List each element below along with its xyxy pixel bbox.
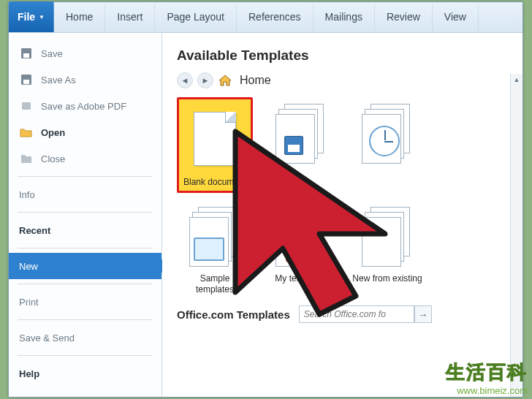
svg-rect-4 (22, 102, 31, 110)
tab-insert[interactable]: Insert (105, 1, 155, 32)
tile-sample-templates[interactable]: Sample templates (177, 200, 253, 295)
search-officecom: → (299, 305, 432, 323)
content-pane: Available Templates ◄ ► Home Blank docum… (162, 33, 522, 397)
svg-rect-1 (23, 53, 29, 58)
template-grid: Blank document (177, 97, 508, 295)
side-save-as[interactable]: Save As (9, 66, 162, 93)
word-backstage-window: File▼ Home Insert Page Layout References… (8, 1, 523, 398)
search-input[interactable] (299, 305, 414, 323)
new-from-existing-icon (354, 200, 420, 270)
my-templates-icon (268, 200, 334, 270)
svg-rect-3 (23, 80, 29, 84)
scrollbar[interactable]: ▲ (510, 74, 522, 397)
separator (18, 248, 153, 248)
blank-document-icon (182, 104, 248, 174)
tab-mailings[interactable]: Mailings (314, 1, 375, 32)
separator (18, 319, 153, 320)
separator (18, 176, 153, 177)
chevron-down-icon: ▼ (39, 14, 45, 20)
side-save-send[interactable]: Save & Send (9, 324, 162, 351)
side-print[interactable]: Print (9, 289, 162, 315)
tile-new-from-existing[interactable]: New from existing (349, 200, 425, 295)
tab-page-layout[interactable]: Page Layout (155, 1, 237, 32)
recent-templates-icon (354, 97, 420, 167)
separator (18, 284, 153, 284)
watermark: 生活百科 www.bimeiz.com (446, 360, 528, 396)
nav-back-button[interactable]: ◄ (177, 72, 193, 88)
blog-post-icon (268, 97, 334, 167)
side-open[interactable]: Open (9, 119, 162, 145)
folder-open-icon (19, 126, 34, 139)
separator (18, 355, 153, 356)
tab-file[interactable]: File▼ (9, 1, 54, 32)
side-recent[interactable]: Recent (9, 217, 162, 243)
tile-recent-templates[interactable] (349, 97, 425, 193)
tab-home[interactable]: Home (54, 1, 105, 32)
side-save[interactable]: Save (9, 40, 162, 66)
save-as-icon (19, 73, 34, 86)
tile-my-templates[interactable]: My templates (263, 200, 339, 295)
pdf-icon (19, 99, 34, 113)
side-new[interactable]: New (9, 253, 162, 279)
separator (18, 212, 153, 213)
nav-forward-button[interactable]: ► (197, 72, 213, 88)
available-templates-header: Available Templates (177, 48, 508, 64)
sample-templates-icon (182, 200, 248, 270)
side-close[interactable]: Close (9, 145, 162, 172)
scroll-up-icon[interactable]: ▲ (511, 74, 522, 86)
backstage: Save Save As Save as Adobe PDF Open Clos… (9, 33, 522, 397)
side-save-pdf[interactable]: Save as Adobe PDF (9, 93, 162, 119)
home-icon[interactable] (218, 74, 232, 87)
officecom-row: Office.com Templates → (177, 305, 508, 323)
tile-blank-document[interactable]: Blank document (177, 97, 253, 193)
backstage-sidebar: Save Save As Save as Adobe PDF Open Clos… (9, 33, 162, 397)
officecom-header: Office.com Templates (177, 308, 290, 321)
side-help[interactable]: Help (9, 360, 162, 387)
ribbon-tabs: File▼ Home Insert Page Layout References… (9, 2, 522, 33)
close-file-icon (19, 152, 34, 165)
tab-view[interactable]: View (433, 1, 479, 32)
template-nav: ◄ ► Home (177, 72, 508, 88)
nav-home-label: Home (240, 74, 271, 87)
save-icon (19, 47, 34, 60)
side-info[interactable]: Info (9, 181, 162, 208)
tab-review[interactable]: Review (375, 1, 433, 32)
tile-blog-post[interactable] (263, 97, 339, 193)
search-go-button[interactable]: → (414, 305, 432, 323)
tab-references[interactable]: References (237, 1, 314, 32)
